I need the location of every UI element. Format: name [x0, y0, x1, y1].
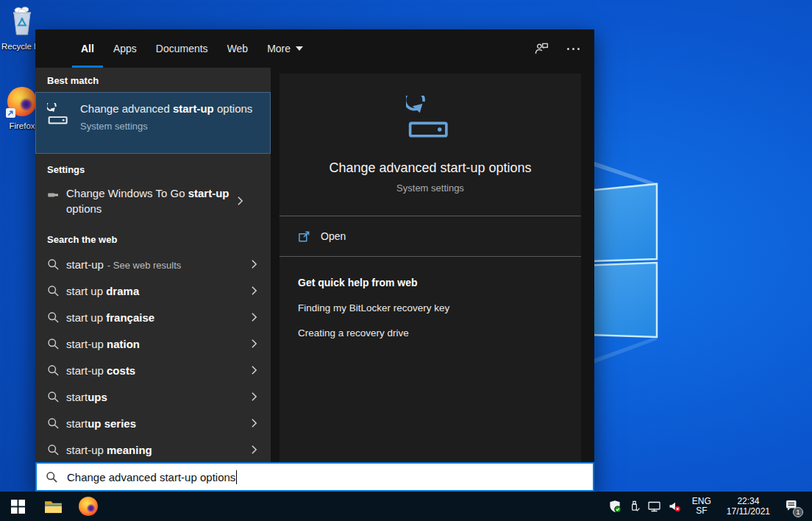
- best-match-item[interactable]: Change advanced start-up options System …: [35, 92, 271, 154]
- web-search-item-text: start-up meaning: [66, 444, 251, 456]
- notification-badge: 1: [793, 507, 803, 517]
- open-icon: [298, 230, 310, 243]
- search-tabbar: All Apps Documents Web More: [35, 29, 594, 68]
- web-search-item-text: start up drama: [66, 285, 251, 297]
- chevron-right-icon: [251, 418, 257, 428]
- open-button[interactable]: Open: [279, 216, 581, 256]
- web-search-item[interactable]: start up française: [35, 304, 271, 330]
- preview-pane: Change advanced start-up options System …: [279, 74, 581, 462]
- preview-subtitle: System settings: [396, 182, 464, 194]
- search-flyout: All Apps Documents Web More: [35, 29, 594, 492]
- chevron-right-icon: [237, 196, 243, 206]
- results-column: Best match Change advanced start-up opti…: [35, 68, 271, 462]
- best-match-title: Change advanced start-up options: [80, 101, 252, 116]
- shortcut-arrow-icon: [6, 108, 15, 118]
- web-search-item-text: start-up- See web results: [66, 258, 251, 271]
- taskbar-file-explorer[interactable]: [35, 492, 71, 521]
- chevron-right-icon: [251, 444, 257, 455]
- action-center-button[interactable]: 1: [781, 498, 805, 514]
- chevron-right-icon: [251, 259, 257, 269]
- web-search-item[interactable]: startups: [35, 383, 271, 410]
- web-search-item-text: startup series: [66, 417, 251, 430]
- preview-column: Change advanced start-up options System …: [271, 68, 594, 462]
- web-search-item[interactable]: start-up meaning: [35, 436, 271, 463]
- system-tray: ENG SF 22:34 17/11/2021 1: [608, 496, 812, 517]
- chevron-right-icon: [251, 286, 257, 296]
- web-search-item[interactable]: start-up- See web results: [35, 251, 271, 277]
- recovery-icon: [47, 103, 71, 127]
- help-header: Get quick help from web: [279, 277, 581, 288]
- search-icon: [47, 285, 60, 297]
- web-search-item-text: start-up nation: [66, 338, 251, 350]
- web-search-item[interactable]: start-up costs: [35, 357, 271, 383]
- search-icon: [46, 471, 58, 483]
- web-search-item-text: startups: [66, 391, 251, 403]
- settings-item[interactable]: Change Windows To Go start-up options: [35, 181, 271, 224]
- tab-web[interactable]: Web: [218, 29, 258, 68]
- clock-date: 17/11/2021: [727, 506, 770, 517]
- clock-time: 22:34: [727, 496, 770, 506]
- search-icon: [47, 364, 60, 377]
- windows-logo-icon: [11, 500, 25, 514]
- ellipsis-icon: [567, 48, 580, 50]
- search-icon: [47, 311, 60, 324]
- chevron-down-icon: [296, 46, 303, 51]
- taskbar: ENG SF 22:34 17/11/2021 1: [0, 492, 812, 521]
- tab-all[interactable]: All: [71, 29, 104, 68]
- web-search-item[interactable]: start up drama: [35, 277, 271, 304]
- firefox-icon: [7, 87, 37, 116]
- feedback-button[interactable]: [525, 29, 558, 68]
- tab-more[interactable]: More: [257, 29, 313, 68]
- search-input[interactable]: Change advanced start-up options: [35, 462, 594, 492]
- file-explorer-icon: [44, 499, 63, 514]
- clock[interactable]: 22:34 17/11/2021: [722, 496, 774, 517]
- settings-header: Settings: [47, 164, 271, 175]
- search-icon: [47, 417, 60, 430]
- search-icon: [47, 391, 60, 403]
- search-icon: [47, 338, 60, 350]
- network-icon[interactable]: [647, 500, 661, 513]
- taskbar-firefox[interactable]: [71, 492, 106, 521]
- security-shield-icon[interactable]: [608, 500, 622, 513]
- best-match-subtitle: System settings: [80, 121, 252, 132]
- volume-muted-icon[interactable]: [668, 500, 681, 513]
- usb-tray-icon[interactable]: [628, 500, 641, 513]
- feedback-icon: [534, 41, 549, 57]
- search-icon: [47, 444, 60, 456]
- text-caret: [236, 470, 237, 484]
- web-search-item-text: start-up costs: [66, 364, 251, 377]
- language-indicator[interactable]: ENG SF: [688, 497, 716, 516]
- divider: [279, 256, 581, 257]
- firefox-icon: [79, 497, 98, 516]
- web-search-item[interactable]: start-up nation: [35, 330, 271, 357]
- tab-documents[interactable]: Documents: [146, 29, 218, 68]
- desktop-screen: Recycle Bin Firefox All Apps Documents W…: [0, 0, 812, 521]
- web-search-item-text: start up française: [66, 311, 251, 324]
- best-match-header: Best match: [47, 75, 271, 86]
- web-search-item[interactable]: startup series: [35, 410, 271, 436]
- chevron-right-icon: [251, 365, 257, 375]
- search-web-header: Search the web: [47, 234, 271, 245]
- usb-drive-icon: [47, 188, 60, 201]
- start-button[interactable]: [0, 492, 35, 521]
- recovery-icon-large: [406, 96, 455, 141]
- search-icon: [47, 258, 60, 271]
- preview-title: Change advanced start-up options: [329, 160, 531, 176]
- tab-apps[interactable]: Apps: [104, 29, 146, 68]
- chevron-right-icon: [251, 312, 257, 322]
- web-results-list: start-up- See web results start up drama…: [35, 251, 271, 463]
- search-input-value: Change advanced start-up options: [67, 471, 235, 483]
- settings-item-title: Change Windows To Go start-up options: [66, 185, 237, 216]
- recycle-bin-icon: [7, 4, 38, 37]
- more-options-button[interactable]: [558, 29, 594, 68]
- help-link-recovery-drive[interactable]: Creating a recovery drive: [279, 327, 581, 339]
- chevron-right-icon: [251, 391, 257, 402]
- help-link-bitlocker[interactable]: Finding my BitLocker recovery key: [279, 302, 581, 313]
- chevron-right-icon: [251, 339, 257, 349]
